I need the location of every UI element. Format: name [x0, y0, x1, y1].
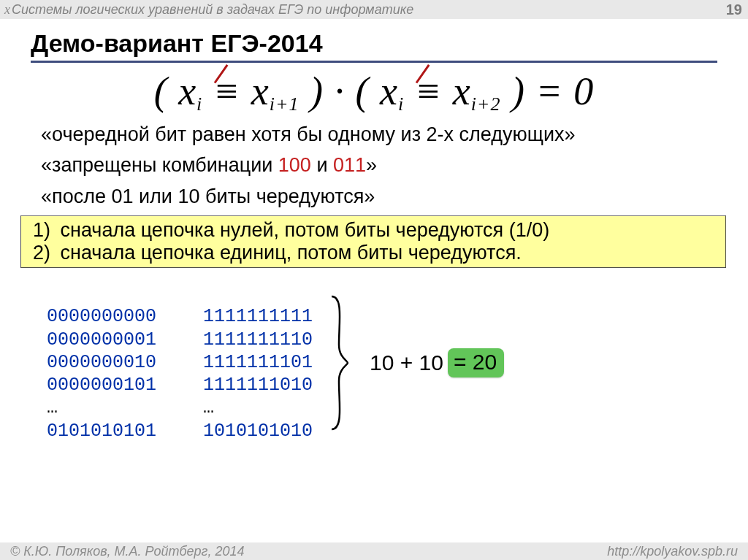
box-row-2: 2) сначала цепочка единиц, потом биты че…: [33, 242, 725, 264]
header-x-deco: x: [4, 2, 10, 17]
footer-copyright: © К.Ю. Поляков, М.А. Ройтберг, 2014: [10, 544, 245, 559]
box-row-1: 1) сначала цепочка нулей, потом биты чер…: [33, 219, 725, 242]
text-line-2: «запрещены комбинации 100 и 011»: [41, 153, 748, 177]
result: 10 + 10 = 20: [370, 348, 504, 377]
bits-column-1: 0000000000 0000000001 0000000010 0000000…: [47, 283, 156, 442]
formula: ( xi ≡ xi+1 ) · ( xi ≡ xi+2 ) = 0: [0, 69, 748, 115]
bits-area: 0000000000 0000000001 0000000010 0000000…: [47, 283, 748, 442]
result-answer: = 20: [448, 348, 504, 377]
result-lhs: 10 + 10: [370, 350, 443, 375]
title-underline: [31, 61, 717, 63]
text-line-3: «после 01 или 10 биты чередуются»: [41, 185, 748, 208]
slide: xСистемы логических уравнений в задачах …: [0, 0, 748, 560]
slide-title: Демо-вариант ЕГЭ-2014: [31, 29, 748, 58]
bits-column-2: 1111111111 1111111110 1111111101 1111111…: [203, 283, 313, 442]
text-line-1: «очередной бит равен хотя бы одному из 2…: [41, 123, 748, 146]
footer-bar: © К.Ю. Поляков, М.А. Ройтберг, 2014 http…: [0, 542, 748, 560]
highlight-box: 1) сначала цепочка нулей, потом биты чер…: [20, 215, 726, 268]
brace-icon: [329, 294, 351, 432]
page-number: 19: [726, 1, 742, 18]
header-title: xСистемы логических уравнений в задачах …: [4, 2, 413, 18]
header-bar: xСистемы логических уравнений в задачах …: [0, 0, 748, 19]
footer-url: http://kpolyakov.spb.ru: [607, 544, 738, 559]
